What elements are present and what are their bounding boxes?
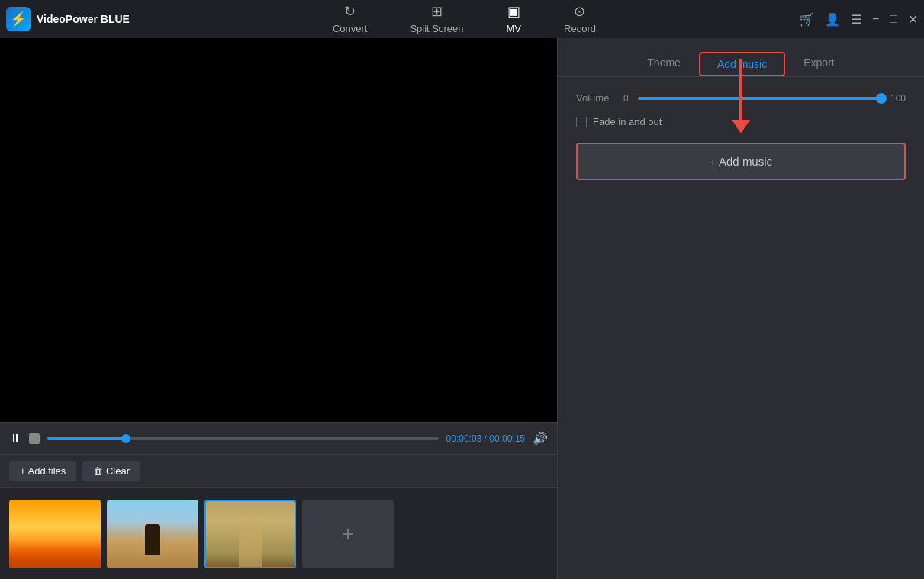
volume-label: Volume [576,92,614,104]
tab-export[interactable]: Export [785,50,852,76]
volume-thumb [876,93,887,104]
app-logo: ⚡ [6,7,31,31]
thumb-field-image [107,500,198,568]
tab-theme[interactable]: Theme [629,50,699,76]
add-thumbnail-icon: + [342,522,354,546]
volume-min: 0 [623,93,629,104]
volume-icon[interactable]: 🔊 [533,431,548,446]
minimize-button[interactable]: − [872,12,879,26]
stop-button[interactable] [29,433,40,444]
volume-slider[interactable] [638,97,881,100]
close-button[interactable]: ✕ [908,12,918,27]
nav-record[interactable]: ⊙ Record [542,0,617,42]
main-nav: ↻ Convert ⊞ Split Screen ▣ MV ⊙ Record [130,0,799,42]
nav-record-label: Record [564,23,596,34]
fade-checkbox[interactable] [576,117,587,127]
nav-convert[interactable]: ↻ Convert [311,0,389,42]
thumbnail-2[interactable] [107,500,198,568]
thumbnails-row: + [0,487,557,579]
nav-split-screen[interactable]: ⊞ Split Screen [388,0,485,42]
progress-thumb [121,434,130,443]
thumbnail-3[interactable] [204,500,296,568]
nav-mv[interactable]: ▣ MV [485,0,543,42]
left-panel: ⏸ 00:00:03 / 00:00:15 🔊 + Add files 🗑 Cl… [0,38,558,579]
volume-fill [638,97,881,100]
window-controls: 🛒 👤 ☰ − □ ✕ [799,12,918,27]
nav-convert-label: Convert [333,23,368,34]
mv-icon: ▣ [507,3,520,20]
pause-button[interactable]: ⏸ [9,432,21,446]
volume-max: 100 [890,93,906,104]
split-screen-icon: ⊞ [431,3,443,20]
maximize-button[interactable]: □ [890,12,897,26]
video-preview [0,38,557,422]
cart-icon[interactable]: 🛒 [799,12,814,27]
convert-icon: ↻ [344,3,356,20]
user-icon[interactable]: 👤 [825,12,840,27]
record-icon: ⊙ [574,3,585,20]
titlebar: ⚡ VideoPower BLUE ↻ Convert ⊞ Split Scre… [0,0,924,38]
right-content: Volume 0 100 Fade in and out [558,77,924,579]
nav-mv-label: MV [507,23,522,34]
thumb-sunset-image [9,500,101,568]
clear-button[interactable]: 🗑 Clear [82,461,140,481]
app-branding: ⚡ VideoPower BLUE [6,7,130,31]
volume-row: Volume 0 100 [576,92,906,104]
add-music-wrapper: + Add music [576,143,906,180]
time-current: 00:00:03 [446,433,482,444]
fade-label: Fade in and out [593,116,662,127]
add-files-button[interactable]: + Add files [9,461,76,481]
progress-fill [47,437,126,440]
time-display: 00:00:03 / 00:00:15 [446,433,525,444]
right-panel: Theme Add music Export Volume 0 100 Fade… [558,38,924,579]
tab-add-music[interactable]: Add music [699,52,785,76]
progress-bar[interactable] [47,437,439,440]
time-total: 00:00:15 [489,433,525,444]
thumbnail-1[interactable] [9,500,101,568]
app-title: VideoPower BLUE [37,13,130,25]
bottom-toolbar: + Add files 🗑 Clear [0,454,557,487]
playback-bar: ⏸ 00:00:03 / 00:00:15 🔊 [0,422,557,454]
menu-icon[interactable]: ☰ [851,12,861,27]
lightning-icon: ⚡ [10,11,27,27]
main-content: ⏸ 00:00:03 / 00:00:15 🔊 + Add files 🗑 Cl… [0,38,924,579]
fade-row: Fade in and out [576,116,906,127]
thumb-path-image [206,501,295,567]
right-tabs: Theme Add music Export [558,38,924,77]
add-music-button[interactable]: + Add music [576,143,906,180]
thumbnail-add[interactable]: + [302,500,394,568]
nav-split-screen-label: Split Screen [410,23,463,34]
